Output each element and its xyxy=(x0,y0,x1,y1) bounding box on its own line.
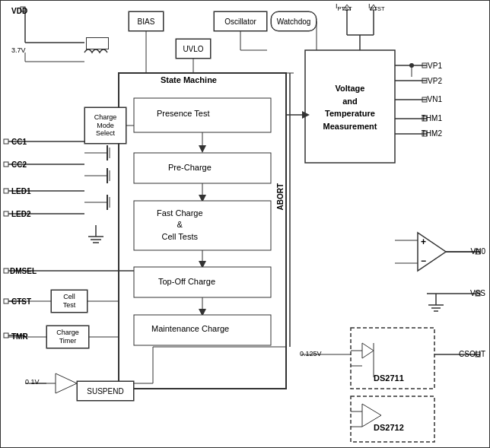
block-diagram: VDD 3.7V CC1 CC2 LED1 LED2 DMSEL CTST TM… xyxy=(0,0,490,448)
top-off-label: Top-Off Charge xyxy=(158,277,215,286)
wiring-svg xyxy=(1,1,490,448)
thm1-label: THM1 xyxy=(422,114,442,122)
svg-rect-10 xyxy=(4,162,8,167)
svg-rect-7 xyxy=(4,139,8,144)
vn1-label: VN1 xyxy=(428,95,442,103)
vss-label: VSS xyxy=(470,289,485,297)
svg-rect-54 xyxy=(422,63,427,68)
volt-temp-block: VDD VoltageandTemperatureMeasurement xyxy=(307,52,393,162)
comparator-minus: − xyxy=(421,256,426,266)
vp2-label: VP2 xyxy=(428,77,442,85)
svg-marker-33 xyxy=(199,261,206,268)
v37-label: 3.7V xyxy=(11,46,26,54)
svg-rect-21 xyxy=(4,299,8,303)
svg-rect-82 xyxy=(351,396,434,442)
fast-charge-label: Fast Charge&Cell Tests xyxy=(157,208,203,243)
bias-block: BIAS xyxy=(129,11,164,31)
svg-marker-30 xyxy=(199,195,206,202)
led1-label: LED1 xyxy=(11,187,31,195)
thm2-label: THM2 xyxy=(422,129,442,138)
abort-label: ABORT xyxy=(276,183,285,211)
svg-marker-27 xyxy=(199,145,206,153)
svg-rect-13 xyxy=(4,189,8,193)
svg-rect-58 xyxy=(422,78,427,83)
ctst-label: CTST xyxy=(11,297,31,306)
cell-test-block: CellTest xyxy=(51,290,88,313)
maintenance-label: Maintenance Charge xyxy=(151,324,229,333)
iptst-left-label: IPTST xyxy=(336,2,352,12)
charge-mode-block: ChargeModeSelect xyxy=(84,107,126,144)
comparator-plus: + xyxy=(421,237,426,247)
ds2712-label: DS2712 xyxy=(374,423,404,432)
suspend-block: SUSPEND xyxy=(77,381,134,401)
state-machine-title: State Machine xyxy=(161,75,217,84)
vn0-label: VN0 xyxy=(471,247,485,256)
vp1-label: VP1 xyxy=(428,62,442,70)
svg-marker-36 xyxy=(199,309,206,316)
vdd-label: VDD xyxy=(11,7,27,15)
svg-point-55 xyxy=(409,63,414,68)
watchdog-block: Watchdog xyxy=(271,11,317,31)
svg-marker-79 xyxy=(362,343,374,358)
cc1-label: CC1 xyxy=(11,138,27,146)
svg-rect-23 xyxy=(4,333,8,338)
presence-test-label: Presence Test xyxy=(157,109,210,118)
oscillator-block: Oscillator xyxy=(214,11,267,31)
cc2-label: CC2 xyxy=(11,160,27,169)
svg-marker-90 xyxy=(56,373,77,393)
svg-rect-19 xyxy=(4,268,8,273)
ds2711-label: DS2711 xyxy=(374,373,404,383)
uvlo-block: UVLO xyxy=(176,39,211,59)
led2-label: LED2 xyxy=(11,210,31,218)
svg-rect-16 xyxy=(4,211,8,216)
pre-charge-label: Pre-Charge xyxy=(168,163,212,172)
svg-rect-60 xyxy=(422,97,427,102)
dmsel-label: DMSEL xyxy=(10,267,37,275)
v01-label: 0.1V xyxy=(25,378,40,386)
csout-label: CSOUT xyxy=(459,350,485,358)
v0125-label: 0.125V xyxy=(300,350,322,357)
resistor-symbol xyxy=(86,37,109,49)
charge-timer-block: ChargeTimer xyxy=(46,326,89,348)
tmr-label: TMR xyxy=(11,332,28,341)
iptst-right-label: IPTST xyxy=(368,2,385,12)
